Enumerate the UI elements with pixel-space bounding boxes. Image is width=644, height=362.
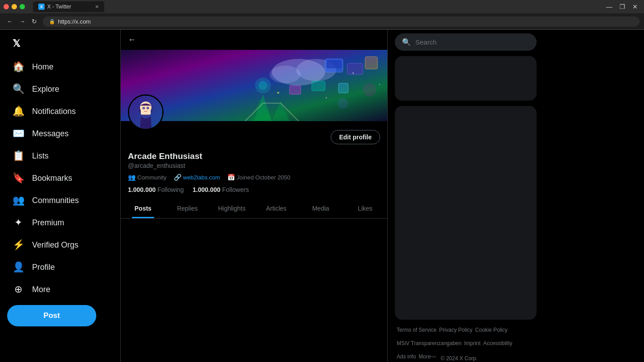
verified-orgs-icon: ⚡ <box>12 239 24 251</box>
following-count: 1.000.000 <box>128 186 156 193</box>
calendar-icon: 📅 <box>227 174 235 181</box>
app-layout: 𝕏 🏠 Home 🔍 Explore 🔔 Notifications ✉️ Me… <box>0 30 644 362</box>
svg-point-13 <box>363 83 376 97</box>
notifications-icon: 🔔 <box>12 106 24 117</box>
tab-title: X - Twitter <box>47 4 71 10</box>
meta-community: 👥 Community <box>128 174 167 181</box>
url-text: https://x.com <box>58 18 91 25</box>
sidebar-item-premium[interactable]: ✦ Premium <box>7 212 113 233</box>
footer-copyright: © 2024 X Corp. <box>439 355 480 362</box>
sidebar-item-messages[interactable]: ✉️ Messages <box>7 123 113 144</box>
window-maximize-button[interactable] <box>20 4 25 9</box>
following-stat[interactable]: 1.000.000 Following <box>128 186 184 193</box>
x-logo[interactable]: 𝕏 <box>7 34 113 53</box>
website-link[interactable]: web2labs.com <box>183 174 220 181</box>
svg-point-27 <box>143 107 144 109</box>
svg-text:✦: ✦ <box>352 71 355 75</box>
footer-link-privacy[interactable]: Privacy Policy <box>439 327 472 333</box>
footer-link-msiv[interactable]: MSiV Transparenzangaben <box>397 340 461 346</box>
back-button[interactable]: ← <box>4 17 15 26</box>
footer-link-cookie[interactable]: Cookie Policy <box>475 327 508 333</box>
address-bar: ← → ↻ 🔒 https://x.com <box>0 13 644 29</box>
sidebar-label-notifications: Notifications <box>32 107 76 116</box>
post-button[interactable]: Post <box>7 305 96 326</box>
svg-rect-10 <box>338 83 348 93</box>
sidebar-label-home: Home <box>32 62 53 72</box>
sidebar-item-verified-orgs[interactable]: ⚡ Verified Orgs <box>7 235 113 255</box>
back-arrow-icon: ← <box>128 35 136 45</box>
tab-media[interactable]: Media <box>299 199 343 218</box>
close-btn[interactable]: ✕ <box>630 2 640 11</box>
forward-button[interactable]: → <box>17 17 28 26</box>
following-text: Following <box>157 186 184 193</box>
sidebar-item-notifications[interactable]: 🔔 Notifications <box>7 101 113 122</box>
browser-tab[interactable]: X X - Twitter ✕ <box>33 1 104 12</box>
sidebar-item-lists[interactable]: 📋 Lists <box>7 146 113 166</box>
svg-point-14 <box>337 98 348 109</box>
window-close-button[interactable] <box>4 4 9 9</box>
main-content: ← <box>120 30 388 362</box>
svg-rect-24 <box>141 107 151 115</box>
profile-names: Arcade Enthusiast @arcade_enthusiast <box>128 151 380 169</box>
sidebar-label-messages: Messages <box>32 129 69 138</box>
sidebar-item-explore[interactable]: 🔍 Explore <box>7 79 113 99</box>
sidebar-item-home[interactable]: 🏠 Home <box>7 57 113 77</box>
footer-link-accessibility[interactable]: Accessibility <box>483 340 512 346</box>
sidebar-label-lists: Lists <box>32 151 49 161</box>
sidebar-item-bookmarks[interactable]: 🔖 Bookmarks <box>7 168 113 188</box>
tab-posts[interactable]: Posts <box>121 199 165 218</box>
tab-bar: X X - Twitter ✕ <box>29 1 603 12</box>
svg-rect-8 <box>290 85 301 94</box>
messages-icon: ✉️ <box>12 128 24 139</box>
followers-stat[interactable]: 1.000.000 Followers <box>193 186 249 193</box>
footer-link-ads[interactable]: Ads info <box>397 354 416 362</box>
sidebar-item-profile[interactable]: 👤 Profile <box>7 257 113 277</box>
followers-text: Followers <box>222 186 249 193</box>
search-icon: 🔍 <box>402 38 411 46</box>
avatar-container <box>128 94 164 130</box>
sidebar-label-bookmarks: Bookmarks <box>32 174 72 183</box>
display-name: Arcade Enthusiast <box>128 151 380 161</box>
username: @arcade_enthusiast <box>128 162 380 169</box>
edit-profile-button[interactable]: Edit profile <box>331 130 380 144</box>
right-sidebar: 🔍 Terms of Service Privacy Policy Cookie… <box>388 30 544 362</box>
window-controls <box>4 4 25 9</box>
posts-feed-area <box>121 219 387 352</box>
meta-website[interactable]: 🔗 web2labs.com <box>174 174 220 181</box>
avatar <box>128 94 164 130</box>
right-card-1 <box>395 56 537 101</box>
svg-rect-7 <box>312 81 325 91</box>
footer-link-imprint[interactable]: Imprint <box>464 340 480 346</box>
search-box[interactable]: 🔍 <box>395 33 537 51</box>
sidebar-item-more[interactable]: ⊕ More <box>7 279 113 300</box>
footer-link-more[interactable]: More— <box>418 354 436 362</box>
premium-icon: ✦ <box>12 217 24 228</box>
right-card-2 <box>395 106 537 320</box>
link-icon: 🔗 <box>174 174 181 181</box>
refresh-button[interactable]: ↻ <box>29 17 39 26</box>
footer-links: Terms of Service Privacy Policy Cookie P… <box>395 327 537 333</box>
tab-highlights[interactable]: Highlights <box>209 199 254 218</box>
tab-replies[interactable]: Replies <box>165 199 210 218</box>
sidebar-label-explore: Explore <box>32 85 59 94</box>
sidebar-item-communities[interactable]: 👥 Communities <box>7 190 113 211</box>
tab-close-icon[interactable]: ✕ <box>95 4 99 10</box>
window-minimize-button[interactable] <box>12 4 17 9</box>
search-input[interactable] <box>415 38 529 46</box>
tab-likes[interactable]: Likes <box>343 199 387 218</box>
back-button[interactable]: ← <box>121 30 387 50</box>
restore-btn[interactable]: ❐ <box>617 2 628 11</box>
more-icon: ⊕ <box>12 284 24 295</box>
sidebar-label-profile: Profile <box>32 263 55 272</box>
url-bar[interactable]: 🔒 https://x.com <box>43 16 640 27</box>
svg-point-28 <box>147 107 148 109</box>
profile-info-section: Edit profile Arcade Enthusiast @arcade_e… <box>121 121 387 193</box>
svg-text:✦: ✦ <box>378 83 381 86</box>
follow-stats: 1.000.000 Following 1.000.000 Followers <box>128 186 380 193</box>
sidebar: 𝕏 🏠 Home 🔍 Explore 🔔 Notifications ✉️ Me… <box>0 30 120 362</box>
window-action-buttons: — ❐ ✕ <box>603 2 640 11</box>
footer-link-terms[interactable]: Terms of Service <box>397 327 436 333</box>
tab-articles[interactable]: Articles <box>254 199 299 218</box>
footer-links-2: MSiV Transparenzangaben Imprint Accessib… <box>395 340 537 346</box>
minimize-btn[interactable]: — <box>603 2 615 11</box>
